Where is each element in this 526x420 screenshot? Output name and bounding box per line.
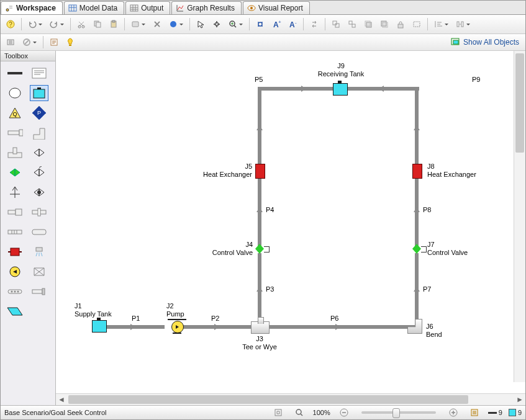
scrollbar-thumb[interactable]: [515, 53, 524, 153]
svg-point-41: [9, 88, 20, 98]
arrow-icon: [335, 324, 340, 330]
tool-reservoir[interactable]: [6, 85, 24, 101]
cut-button[interactable]: [74, 17, 89, 32]
pipe-count: 9: [488, 409, 502, 416]
tool-dead-end[interactable]: [30, 284, 48, 300]
font-increase-button[interactable]: A+: [269, 17, 284, 32]
svg-rect-29: [398, 24, 403, 28]
bring-front-button[interactable]: [361, 17, 376, 32]
flip-button[interactable]: [307, 17, 322, 32]
junction-control-valve-right[interactable]: [412, 244, 421, 253]
tool-assigned-flow[interactable]: Q: [6, 105, 24, 121]
color-button[interactable]: [166, 17, 186, 32]
tool-general-component[interactable]: [30, 224, 48, 240]
tool-bend[interactable]: [30, 125, 48, 141]
junction-pump[interactable]: [171, 321, 184, 333]
tool-compressor[interactable]: [30, 264, 48, 280]
junction-label: J8Heat Exchanger: [427, 163, 476, 179]
zoom-level: 100%: [313, 409, 330, 416]
align-button[interactable]: [431, 17, 451, 32]
ungroup-button[interactable]: [345, 17, 360, 32]
tab-output[interactable]: Output: [125, 1, 170, 14]
zoom-slider[interactable]: [361, 411, 436, 414]
redo-button[interactable]: [47, 17, 67, 32]
tool-tank[interactable]: [30, 85, 48, 101]
tool-heat-exchanger[interactable]: [6, 244, 24, 260]
body: Toolbox Q P: [1, 51, 525, 405]
help-icon[interactable]: ?: [3, 17, 18, 32]
zoom-in-button[interactable]: [446, 405, 461, 420]
junction-heat-exchanger-left[interactable]: [255, 164, 265, 179]
distribute-button[interactable]: [453, 17, 473, 32]
svg-point-51: [37, 190, 41, 194]
pan-tool[interactable]: [209, 17, 224, 32]
tab-graph-results[interactable]: Graph Results: [171, 1, 242, 14]
tool-valve[interactable]: [30, 145, 48, 161]
tool-open-channel[interactable]: [6, 303, 24, 319]
scroll-right-icon[interactable]: ►: [514, 394, 525, 405]
find-button[interactable]: [253, 17, 268, 32]
tab-model-data[interactable]: Model Data: [64, 1, 124, 14]
pipe-label: P1: [132, 315, 140, 323]
send-back-button[interactable]: [377, 17, 392, 32]
tool-pipe[interactable]: [6, 65, 24, 81]
group-button[interactable]: [329, 17, 343, 32]
settings-icon[interactable]: [467, 405, 482, 420]
zoom-slider-knob[interactable]: [392, 408, 400, 418]
junction-supply-tank[interactable]: [92, 320, 107, 333]
zoom-icon[interactable]: [292, 405, 307, 420]
disable-button[interactable]: [19, 35, 40, 50]
object-button[interactable]: [128, 17, 148, 32]
tool-spray[interactable]: [30, 244, 48, 260]
show-all-objects-button[interactable]: Show All Objects: [447, 36, 523, 49]
tool-annotation[interactable]: [30, 65, 48, 81]
separator: [70, 18, 71, 30]
junction-heat-exchanger-right[interactable]: [412, 164, 422, 179]
tool-orifice[interactable]: [30, 204, 48, 220]
tool-separator[interactable]: [6, 284, 24, 300]
junction-control-valve-left[interactable]: [255, 244, 264, 253]
svg-rect-12: [112, 20, 115, 22]
svg-rect-32: [461, 22, 463, 27]
svg-rect-40: [32, 68, 46, 78]
tool-three-way-valve[interactable]: [6, 184, 24, 200]
tool-area-change[interactable]: [6, 204, 24, 220]
svg-text:-: -: [295, 20, 297, 25]
scrollbar-track[interactable]: [68, 395, 513, 404]
pipe-label: P6: [330, 315, 338, 323]
tool-pump[interactable]: [6, 264, 24, 280]
tool-assigned-pressure[interactable]: P: [30, 105, 48, 121]
scroll-left-icon[interactable]: ◄: [56, 394, 67, 405]
fit-view-button[interactable]: [271, 405, 286, 420]
tool-screen[interactable]: [6, 224, 24, 240]
tool-branch[interactable]: [6, 125, 24, 141]
undo-button[interactable]: [25, 17, 45, 32]
toolbox-title: Toolbox: [1, 51, 55, 61]
scrollbar-thumb[interactable]: [68, 395, 468, 404]
junction-tee[interactable]: [251, 321, 270, 334]
tool-control-valve[interactable]: [30, 184, 48, 200]
junction-bend[interactable]: [407, 319, 422, 334]
junction-receiving-tank[interactable]: [333, 83, 348, 96]
zoom-tool[interactable]: [225, 17, 246, 32]
tip-button[interactable]: [63, 35, 78, 50]
paste-button[interactable]: [106, 17, 121, 32]
workspace-canvas[interactable]: P1 P2 P6 P5 P9 P3 P4: [56, 51, 525, 393]
select-tool[interactable]: [193, 17, 208, 32]
notes-button[interactable]: [47, 35, 61, 50]
pipe-p6[interactable]: [266, 325, 417, 329]
lock-button[interactable]: [393, 17, 408, 32]
vertical-scrollbar[interactable]: [514, 51, 525, 382]
toggle-panel-button[interactable]: [3, 35, 18, 50]
tab-workspace[interactable]: Workspace: [1, 1, 63, 14]
tool-relief-valve[interactable]: [30, 164, 48, 181]
zoom-out-button[interactable]: [337, 405, 351, 420]
font-decrease-button[interactable]: A-: [285, 17, 300, 32]
horizontal-scrollbar[interactable]: ◄ ►: [56, 393, 525, 405]
select-rect-button[interactable]: [409, 17, 424, 32]
tool-tee[interactable]: [6, 145, 24, 161]
delete-button[interactable]: [150, 17, 165, 32]
tool-check-valve[interactable]: [6, 164, 24, 181]
copy-button[interactable]: [90, 17, 105, 32]
tab-visual-report[interactable]: Visual Report: [243, 1, 310, 14]
